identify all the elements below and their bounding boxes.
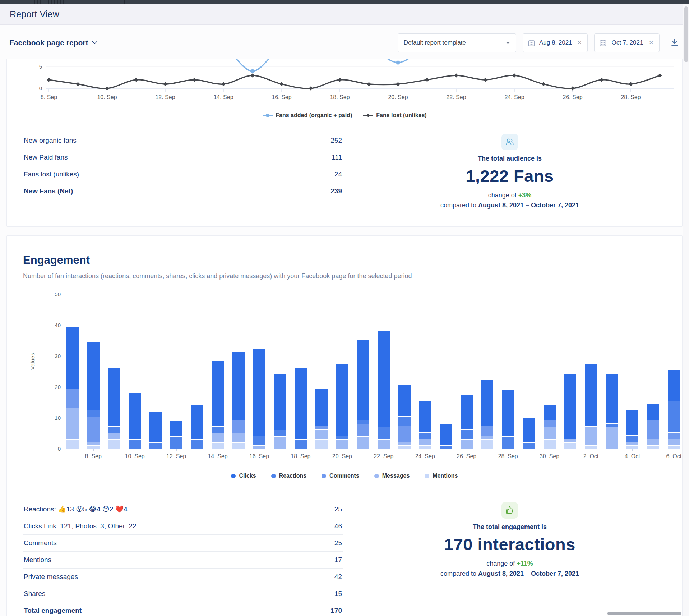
bar-segment-clicks[interactable]	[191, 405, 203, 439]
bar-segment-reactions[interactable]	[87, 410, 100, 417]
legend-item-mentions[interactable]: Mentions	[425, 473, 458, 479]
legend-item-messages[interactable]: Messages	[374, 473, 410, 479]
bar-8-sep[interactable]	[87, 294, 100, 449]
bar-3-oct[interactable]	[606, 294, 618, 449]
bar-28-sep[interactable]	[502, 294, 514, 449]
bar-19-sep[interactable]	[315, 294, 328, 449]
bar-segment-reactions[interactable]	[212, 426, 224, 433]
bar-segment-reactions[interactable]	[626, 435, 638, 442]
bar-segment-mentions[interactable]	[564, 442, 576, 449]
bar-segment-reactions[interactable]	[129, 439, 141, 449]
report-name-dropdown[interactable]: Facebook page report	[9, 38, 97, 47]
bar-segment-reactions[interactable]	[502, 436, 514, 449]
bar-segment-clicks[interactable]	[668, 370, 680, 401]
bar-segment-reactions[interactable]	[419, 432, 431, 439]
bar-segment-comments[interactable]	[544, 420, 556, 427]
bar-segment-messages[interactable]	[357, 436, 369, 449]
bar-segment-clicks[interactable]	[87, 342, 100, 410]
bar-20-sep[interactable]	[336, 294, 348, 449]
bar-segment-reactions[interactable]	[606, 423, 618, 427]
bar-14-sep[interactable]	[212, 294, 224, 449]
bar-segment-reactions[interactable]	[336, 436, 348, 439]
legend-item-clicks[interactable]: Clicks	[231, 473, 256, 479]
bar-segment-messages[interactable]	[564, 439, 576, 442]
bar-segment-clicks[interactable]	[544, 405, 556, 420]
legend-item-fans-lost-unlikes[interactable]: Fans lost (unlikes)	[363, 112, 426, 119]
bar-segment-reactions[interactable]	[108, 426, 120, 433]
bar-2-oct[interactable]	[585, 294, 597, 449]
bar-segment-mentions[interactable]	[315, 439, 328, 449]
bar-segment-messages[interactable]	[544, 427, 556, 439]
bar-segment-clicks[interactable]	[232, 352, 245, 420]
bar-segment-mentions[interactable]	[87, 445, 100, 449]
bar-segment-messages[interactable]	[378, 439, 390, 449]
bar-21-sep[interactable]	[357, 294, 369, 449]
bar-segment-reactions[interactable]	[191, 439, 203, 449]
bar-5-oct[interactable]	[647, 294, 659, 449]
bar-segment-messages[interactable]	[461, 439, 473, 449]
bar-segment-reactions[interactable]	[378, 427, 390, 439]
bar-segment-mentions[interactable]	[212, 442, 224, 449]
bar-segment-messages[interactable]	[66, 408, 79, 439]
bar-segment-mentions[interactable]	[626, 445, 638, 449]
bar-segment-reactions[interactable]	[440, 445, 452, 449]
bar-16-sep[interactable]	[253, 294, 265, 449]
bar-segment-clicks[interactable]	[502, 390, 514, 436]
bar-27-sep[interactable]	[481, 294, 493, 449]
bar-segment-comments[interactable]	[481, 426, 493, 436]
bar-segment-reactions[interactable]	[523, 442, 535, 449]
bar-segment-mentions[interactable]	[585, 445, 597, 449]
bar-segment-reactions[interactable]	[398, 416, 411, 426]
bar-segment-clicks[interactable]	[585, 364, 597, 426]
bar-segment-messages[interactable]	[606, 427, 618, 449]
bar-segment-clicks[interactable]	[357, 340, 369, 420]
bar-segment-messages[interactable]	[626, 442, 638, 445]
bar-segment-reactions[interactable]	[357, 420, 369, 424]
download-button[interactable]	[669, 37, 680, 49]
bar-segment-clicks[interactable]	[523, 418, 535, 442]
bar-segment-mentions[interactable]	[108, 439, 120, 449]
bar-segment-clicks[interactable]	[606, 374, 618, 423]
bar-29-sep[interactable]	[523, 294, 535, 449]
clear-date-from-icon[interactable]: ✕	[577, 40, 583, 46]
vertical-scrollbar[interactable]	[683, 4, 689, 616]
bar-segment-messages[interactable]	[274, 436, 286, 449]
bar-13-sep[interactable]	[191, 294, 203, 449]
bar-segment-mentions[interactable]	[232, 442, 245, 449]
bar-segment-mentions[interactable]	[481, 439, 493, 449]
bar-segment-messages[interactable]	[87, 442, 100, 445]
bar-segment-clicks[interactable]	[66, 327, 79, 389]
bar-segment-reactions[interactable]	[295, 439, 307, 449]
bar-segment-clicks[interactable]	[419, 401, 431, 432]
bar-segment-clicks[interactable]	[149, 412, 162, 442]
bar-segment-clicks[interactable]	[170, 421, 182, 436]
bar-segment-clicks[interactable]	[253, 349, 265, 436]
bar-23-sep[interactable]	[398, 294, 411, 449]
bar-segment-messages[interactable]	[232, 433, 245, 442]
bar-segment-comments[interactable]	[668, 432, 680, 439]
bar-9-sep[interactable]	[108, 294, 120, 449]
bar-segment-mentions[interactable]	[66, 439, 79, 449]
bar-segment-reactions[interactable]	[668, 401, 680, 432]
bar-segment-clicks[interactable]	[212, 361, 224, 426]
bar-segment-clicks[interactable]	[647, 404, 659, 420]
bar-segment-comments[interactable]	[232, 420, 245, 433]
bar-segment-messages[interactable]	[647, 439, 659, 445]
bar-segment-mentions[interactable]	[419, 445, 431, 449]
bar-segment-clicks[interactable]	[481, 380, 493, 426]
bar-segment-messages[interactable]	[585, 426, 597, 445]
bar-segment-messages[interactable]	[668, 439, 680, 445]
bar-segment-reactions[interactable]	[253, 436, 265, 445]
bar-segment-comments[interactable]	[66, 389, 79, 408]
legend-item-comments[interactable]: Comments	[322, 473, 359, 479]
bar-1-oct[interactable]	[564, 294, 576, 449]
bar-segment-messages[interactable]	[398, 442, 411, 445]
bar-segment-mentions[interactable]	[647, 445, 659, 449]
bar-segment-messages[interactable]	[212, 433, 224, 442]
bar-24-sep[interactable]	[419, 294, 431, 449]
template-select[interactable]: Default report template	[398, 33, 516, 52]
bar-15-sep[interactable]	[232, 294, 245, 449]
horizontal-scrollbar-thumb[interactable]	[607, 612, 681, 615]
bar-7-sep[interactable]	[66, 294, 79, 449]
date-from-input[interactable]: Aug 8, 2021 ✕	[523, 33, 588, 52]
